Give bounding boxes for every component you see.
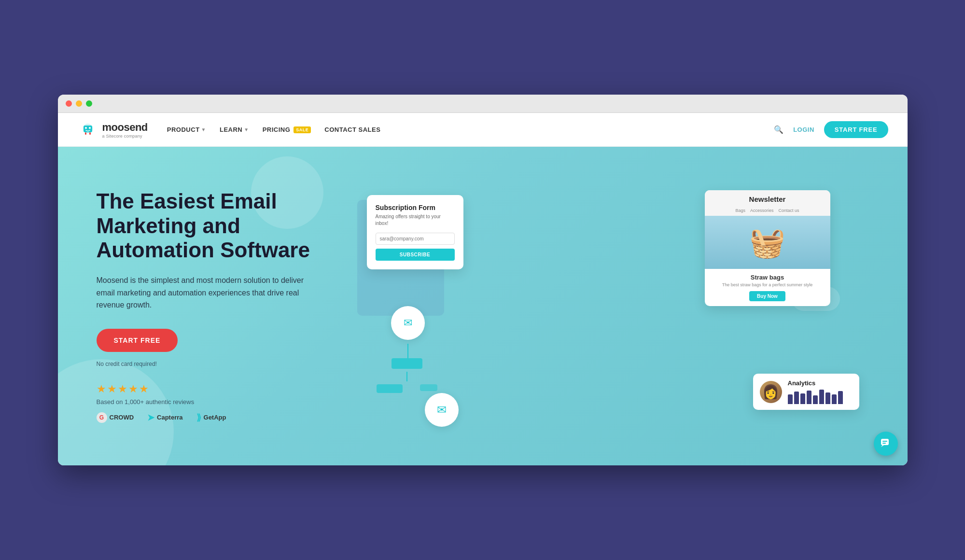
product-arrow: ▼ — [201, 127, 206, 132]
flow-vert-line — [406, 372, 407, 381]
email-envelope-circle: ✉ — [425, 393, 459, 427]
no-credit-card-label: No credit card required! — [97, 361, 338, 367]
flow-box-main — [392, 358, 422, 369]
hero-left: The Easiest Email Marketing and Automati… — [97, 189, 338, 423]
nav-learn[interactable]: LEARN ▼ — [220, 126, 249, 133]
traffic-light-green[interactable] — [86, 100, 92, 107]
review-logos: G CROWD ➤ Capterra ⟫ GetApp — [97, 412, 338, 423]
analytics-bars — [788, 390, 853, 404]
flow-connector-line — [407, 344, 408, 358]
browser-chrome — [58, 95, 908, 113]
logo-area[interactable]: moosend a Sitecore company — [77, 119, 148, 140]
newsletter-body: Straw bags The best straw bags for a per… — [705, 269, 830, 306]
nav-bar: moosend a Sitecore company PRODUCT ▼ LEA… — [58, 113, 908, 147]
svg-rect-7 — [881, 439, 889, 445]
analytics-bar-9 — [838, 391, 843, 404]
review-text: Based on 1,000+ authentic reviews — [97, 398, 338, 406]
nav-contact-sales[interactable]: CONTACT SALES — [324, 126, 380, 133]
newsletter-nav: Bags Accessories Contact us — [705, 206, 830, 216]
flow-envelope-circle: ✉ — [391, 306, 425, 340]
svg-marker-8 — [881, 445, 884, 447]
newsletter-buy-button[interactable]: Buy Now — [749, 291, 785, 301]
subscription-form-card: Subscription Form Amazing offers straigh… — [367, 195, 463, 269]
newsletter-title: Newsletter — [705, 190, 830, 206]
analytics-bar-6 — [819, 390, 824, 404]
logo-sub: a Sitecore company — [102, 134, 148, 139]
g2-crowd-logo: G CROWD — [97, 412, 134, 423]
start-free-nav-button[interactable]: START FREE — [824, 121, 888, 138]
svg-point-5 — [85, 127, 87, 129]
straw-bag-image: 🧺 — [749, 225, 785, 260]
analytics-card: 👩 Analytics — [753, 374, 859, 410]
subscription-submit-button[interactable]: SUBSCRIBE — [376, 249, 455, 261]
g2-icon: G — [97, 412, 107, 423]
hero-cta-button[interactable]: START FREE — [97, 329, 178, 352]
nav-pricing[interactable]: PRICING SALE — [263, 126, 311, 133]
search-icon[interactable]: 🔍 — [774, 125, 783, 134]
hero-title: The Easiest Email Marketing and Automati… — [97, 189, 338, 263]
newsletter-card: Newsletter Bags Accessories Contact us 🧺… — [705, 190, 830, 306]
learn-arrow: ▼ — [244, 127, 249, 132]
analytics-bar-3 — [800, 393, 805, 404]
hero-section: The Easiest Email Marketing and Automati… — [58, 147, 908, 465]
flow-branch-right — [420, 384, 437, 391]
product-subtitle: The best straw bags for a perfect summer… — [712, 282, 824, 287]
traffic-light-red[interactable] — [66, 100, 72, 107]
browser-window: moosend a Sitecore company PRODUCT ▼ LEA… — [58, 95, 908, 465]
svg-rect-10 — [882, 443, 886, 444]
avatar-emoji: 👩 — [762, 384, 779, 400]
capterra-logo: ➤ Capterra — [147, 412, 182, 423]
newsletter-nav-contact: Contact us — [779, 208, 799, 213]
login-link[interactable]: LOGIN — [793, 126, 814, 133]
subscription-form-subtitle: Amazing offers straight to your inbox! — [376, 213, 455, 227]
logo-icon — [77, 119, 98, 140]
logo-text: moosend a Sitecore company — [102, 121, 148, 139]
traffic-light-yellow[interactable] — [76, 100, 82, 107]
getapp-logo: ⟫ GetApp — [196, 412, 226, 423]
capterra-icon: ➤ — [147, 412, 154, 423]
star-rating: ★★★★★ — [97, 383, 338, 395]
subscription-email-input[interactable] — [376, 233, 455, 245]
analytics-content: Analytics — [788, 379, 853, 404]
nav-product[interactable]: PRODUCT ▼ — [167, 126, 206, 133]
flow-branches — [377, 384, 437, 393]
getapp-icon: ⟫ — [196, 412, 201, 423]
nav-links: PRODUCT ▼ LEARN ▼ PRICING SALE CONTACT S… — [167, 126, 774, 133]
hero-description: Moosend is the simplest and most modern … — [97, 274, 309, 311]
svg-rect-9 — [882, 441, 887, 442]
svg-rect-3 — [85, 132, 86, 135]
analytics-bar-5 — [813, 395, 818, 404]
subscription-form-title: Subscription Form — [376, 204, 455, 211]
analytics-bar-2 — [794, 392, 799, 404]
nav-right: 🔍 LOGIN START FREE — [774, 121, 888, 138]
analytics-avatar: 👩 — [760, 381, 782, 403]
chat-button[interactable] — [874, 432, 898, 456]
newsletter-nav-accessories: Accessories — [750, 208, 774, 213]
analytics-bar-4 — [807, 391, 811, 404]
svg-point-6 — [89, 127, 91, 129]
analytics-bar-1 — [788, 394, 793, 404]
analytics-bar-7 — [825, 392, 830, 404]
analytics-title: Analytics — [788, 379, 853, 387]
newsletter-nav-bags: Bags — [735, 208, 745, 213]
newsletter-product-image: 🧺 — [705, 216, 830, 269]
flow-branch-left — [377, 384, 403, 393]
svg-rect-4 — [89, 132, 91, 135]
automation-flow: ✉ — [377, 306, 437, 393]
hero-right: Subscription Form Amazing offers straigh… — [338, 185, 869, 427]
sale-badge: SALE — [294, 126, 311, 133]
logo-name: moosend — [102, 121, 148, 134]
analytics-bar-8 — [832, 394, 837, 404]
product-name: Straw bags — [712, 274, 824, 281]
